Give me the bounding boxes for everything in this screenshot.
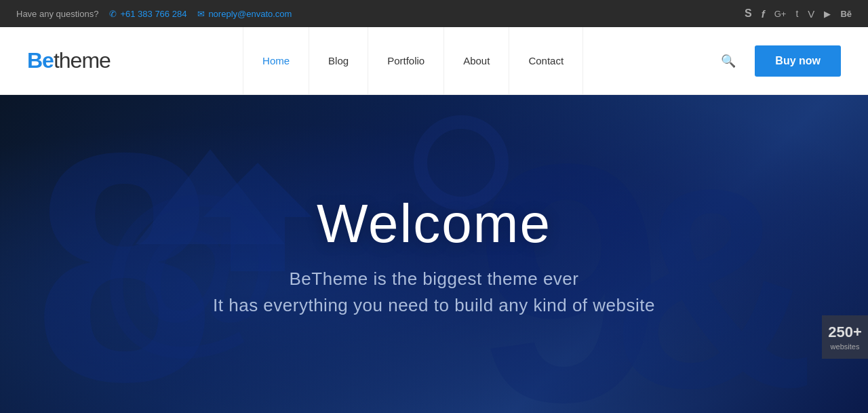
nav-item-about[interactable]: About (444, 27, 509, 95)
nav-links: Home Blog Portfolio About Contact (243, 27, 583, 94)
email-icon: ✉ (197, 9, 205, 19)
nav-item-blog[interactable]: Blog (309, 27, 368, 95)
nav-right: 🔍 Buy now (715, 45, 841, 77)
vimeo-icon[interactable]: V (808, 8, 814, 20)
topbar-phone[interactable]: ✆ +61 383 766 284 (109, 9, 186, 19)
nav-item-contact[interactable]: Contact (509, 27, 583, 95)
topbar-email[interactable]: ✉ noreply@envato.com (197, 9, 292, 19)
phone-icon: ✆ (109, 9, 117, 19)
buy-now-button[interactable]: Buy now (755, 45, 841, 77)
nav-item-portfolio[interactable]: Portfolio (368, 27, 444, 95)
hero-subtitle-2: It has everything you need to build any … (213, 295, 655, 316)
badge-250: 250+ websites (822, 315, 868, 359)
topbar-question: Have any questions? (16, 9, 98, 19)
facebook-icon[interactable]: f (762, 8, 765, 20)
search-button[interactable]: 🔍 (715, 47, 741, 74)
logo-rest: theme (54, 48, 111, 73)
badge-number: 250+ (827, 323, 863, 341)
logo-be: Be (27, 48, 54, 73)
youtube-icon[interactable]: ▶ (824, 9, 831, 19)
skype-icon[interactable]: S (745, 7, 752, 20)
behance-icon[interactable]: Bē (840, 9, 852, 19)
topbar: Have any questions? ✆ +61 383 766 284 ✉ … (0, 0, 868, 27)
badge-text: websites (827, 342, 863, 351)
hero-content: Welcome BeTheme is the biggest theme eve… (213, 193, 655, 316)
nav-item-home[interactable]: Home (243, 27, 309, 95)
navbar: Betheme Home Blog Portfolio About Contac… (0, 27, 868, 95)
search-icon: 🔍 (721, 54, 736, 68)
site-logo: Betheme (27, 48, 111, 73)
hero-subtitle-1: BeTheme is the biggest theme ever (213, 269, 655, 290)
hero-title: Welcome (213, 193, 655, 255)
twitter-icon[interactable]: t (795, 8, 798, 19)
topbar-social-links: S f G+ t V ▶ Bē (745, 7, 852, 20)
googleplus-icon[interactable]: G+ (774, 9, 787, 19)
hero-section: 8 9 & @ Welcome BeTheme is the biggest t… (0, 95, 868, 413)
topbar-left: Have any questions? ✆ +61 383 766 284 ✉ … (16, 9, 292, 19)
